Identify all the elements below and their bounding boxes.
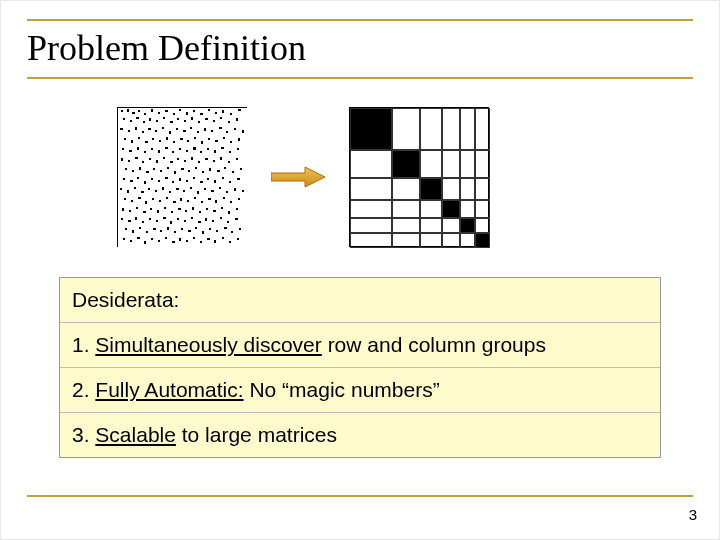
svg-rect-207 [235, 218, 238, 220]
svg-rect-41 [155, 130, 157, 132]
svg-rect-1 [121, 110, 123, 112]
desiderata-item-1: 1. Simultaneously discover row and colum… [60, 322, 660, 367]
svg-rect-132 [193, 177, 195, 179]
svg-rect-220 [209, 228, 211, 230]
figure-row [117, 107, 693, 247]
svg-rect-186 [206, 208, 208, 210]
svg-rect-234 [186, 240, 188, 242]
svg-rect-8 [165, 110, 168, 112]
svg-rect-137 [229, 181, 231, 183]
svg-rect-92 [149, 158, 151, 160]
svg-rect-59 [159, 140, 161, 142]
svg-rect-5 [144, 113, 146, 115]
item-emphasis: Simultaneously discover [95, 333, 321, 356]
svg-rect-91 [142, 161, 144, 163]
svg-rect-188 [221, 207, 223, 209]
svg-rect-239 [222, 237, 224, 239]
svg-rect-142 [141, 191, 144, 193]
svg-rect-180 [164, 207, 166, 209]
svg-rect-51 [226, 131, 228, 133]
svg-rect-58 [152, 138, 154, 140]
svg-rect-96 [177, 158, 179, 160]
svg-rect-68 [223, 137, 225, 139]
svg-rect-12 [193, 110, 195, 112]
svg-rect-103 [228, 161, 230, 163]
svg-rect-114 [188, 170, 190, 172]
svg-rect-10 [179, 109, 181, 111]
desiderata-item-2: 2. Fully Automatic: No “magic numbers” [60, 367, 660, 412]
svg-rect-53 [242, 130, 244, 133]
svg-rect-84 [214, 150, 216, 153]
svg-rect-174 [122, 208, 124, 211]
svg-rect-30 [198, 121, 200, 123]
svg-rect-11 [186, 112, 188, 115]
svg-rect-19 [123, 118, 125, 120]
svg-rect-208 [125, 228, 127, 230]
svg-rect-4 [138, 110, 140, 112]
svg-rect-238 [214, 240, 216, 243]
svg-rect-7 [158, 112, 160, 114]
svg-rect-177 [143, 211, 146, 213]
svg-rect-48 [204, 128, 206, 131]
svg-rect-95 [170, 161, 173, 163]
svg-rect-32 [213, 120, 215, 122]
svg-rect-15 [215, 112, 217, 114]
svg-rect-216 [181, 228, 183, 230]
item-rest: to large matrices [176, 423, 337, 446]
item-emphasis: Fully Automatic: [95, 378, 243, 401]
svg-rect-161 [152, 198, 154, 200]
svg-rect-175 [129, 210, 131, 212]
item-emphasis: Scalable [95, 423, 176, 446]
svg-rect-67 [215, 140, 218, 142]
svg-rect-124 [137, 177, 139, 179]
svg-rect-55 [131, 140, 133, 143]
svg-rect-237 [207, 238, 210, 240]
svg-rect-69 [230, 141, 232, 143]
svg-rect-3 [132, 112, 135, 114]
item-rest: row and column groups [322, 333, 546, 356]
svg-rect-13 [200, 113, 203, 115]
svg-rect-104 [236, 158, 238, 160]
svg-rect-147 [176, 188, 179, 190]
svg-rect-129 [172, 181, 174, 183]
item-prefix: 1. [72, 333, 95, 356]
svg-rect-157 [124, 198, 126, 200]
item-rest: No “magic numbers” [244, 378, 440, 401]
svg-rect-43 [169, 131, 171, 134]
svg-rect-74 [144, 151, 146, 153]
svg-rect-165 [180, 198, 182, 201]
svg-rect-78 [172, 151, 174, 153]
svg-rect-183 [185, 210, 187, 212]
svg-rect-117 [209, 168, 211, 171]
svg-rect-54 [124, 138, 126, 140]
svg-rect-223 [231, 231, 233, 233]
svg-rect-206 [227, 221, 229, 223]
svg-rect-182 [178, 208, 181, 210]
svg-rect-16 [222, 110, 224, 113]
svg-rect-52 [234, 128, 236, 130]
svg-rect-167 [194, 197, 196, 199]
svg-rect-20 [130, 120, 132, 122]
svg-rect-17 [230, 113, 232, 115]
svg-rect-25 [163, 117, 165, 119]
svg-rect-194 [142, 221, 144, 223]
svg-rect-209 [132, 230, 134, 233]
svg-rect-86 [229, 151, 231, 153]
svg-rect-88 [121, 158, 123, 161]
svg-rect-111 [167, 167, 169, 169]
svg-rect-140 [127, 190, 129, 193]
svg-rect-184 [192, 207, 194, 210]
svg-rect-192 [128, 220, 131, 222]
svg-rect-139 [120, 188, 122, 190]
svg-rect-79 [179, 148, 181, 150]
svg-rect-181 [171, 211, 173, 213]
svg-rect-112 [174, 171, 176, 174]
svg-rect-22 [143, 121, 145, 123]
svg-rect-218 [195, 227, 197, 229]
svg-rect-85 [221, 147, 224, 149]
svg-rect-185 [199, 211, 201, 213]
svg-rect-89 [128, 160, 130, 162]
svg-rect-121 [240, 168, 242, 170]
svg-rect-38 [135, 127, 137, 130]
svg-rect-76 [158, 150, 160, 153]
